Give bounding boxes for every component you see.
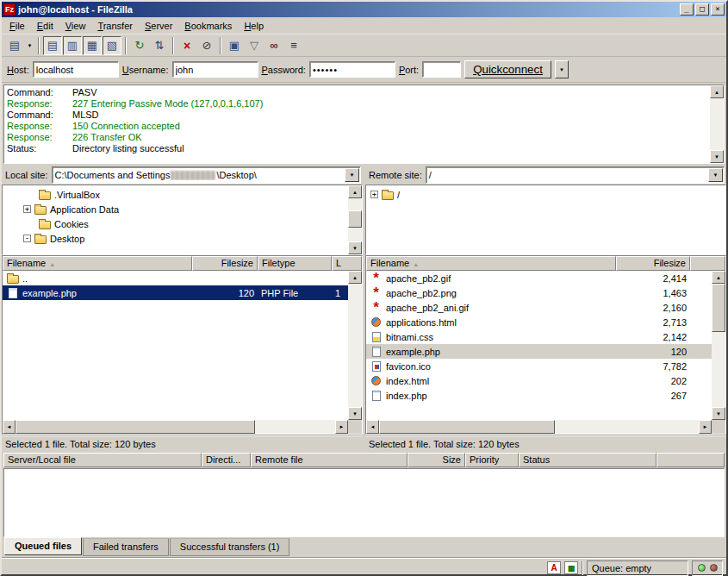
tree-item-application-data[interactable]: + Application Data <box>3 202 348 216</box>
expander-collapsed-icon[interactable]: + <box>370 191 378 198</box>
scroll-thumb[interactable] <box>16 420 255 434</box>
column-header-server-local-file[interactable]: Server/Local file <box>3 453 202 467</box>
close-button[interactable]: × <box>711 3 725 16</box>
scroll-track[interactable] <box>16 420 335 434</box>
scroll-up-icon[interactable]: ▲ <box>712 271 725 284</box>
tab-successful-transfers[interactable]: Successful transfers (1) <box>170 538 290 556</box>
column-header-priority[interactable]: Priority <box>465 453 519 467</box>
file-row-selected[interactable]: example.php 120 <box>366 344 712 359</box>
menu-bookmarks[interactable]: Bookmarks <box>178 18 238 34</box>
column-header-size[interactable]: Size <box>408 453 465 467</box>
toggle-remote-tree-icon[interactable]: ▦ <box>83 36 102 55</box>
scroll-left-icon[interactable]: ◄ <box>3 420 16 434</box>
toggle-queue-icon[interactable]: ▧ <box>103 36 121 55</box>
scroll-track[interactable] <box>348 198 362 241</box>
scroll-left-icon[interactable]: ◄ <box>366 420 379 434</box>
column-header-direction[interactable]: Directi... <box>202 453 251 467</box>
username-input[interactable] <box>172 61 258 78</box>
scroll-up-icon[interactable]: ▲ <box>348 185 362 198</box>
scroll-track[interactable] <box>379 420 699 434</box>
expander-expanded-icon[interactable]: - <box>23 235 31 242</box>
scroll-down-icon[interactable]: ▼ <box>348 407 362 420</box>
local-site-combo[interactable]: C:\Documents and Settings\Desktop\ ▼ <box>52 166 361 184</box>
scroll-down-icon[interactable]: ▼ <box>348 241 362 254</box>
menu-file[interactable]: File <box>3 18 31 34</box>
queue-tab-bar: Queued files Failed transfers Successful… <box>2 538 726 557</box>
file-row[interactable]: *apache_pb2.gif 2,414 <box>366 271 712 285</box>
scroll-down-icon[interactable]: ▼ <box>712 407 725 420</box>
remote-list-hscrollbar[interactable]: ◄ ► <box>366 420 712 434</box>
quickconnect-dropdown-icon[interactable]: ▼ <box>555 60 569 78</box>
remote-site-dropdown-icon[interactable]: ▼ <box>708 168 723 182</box>
remote-list-scrollbar[interactable]: ▲ ▼ <box>712 271 725 420</box>
expander-collapsed-icon[interactable]: + <box>23 205 31 213</box>
tab-failed-transfers[interactable]: Failed transfers <box>83 538 169 556</box>
password-input[interactable] <box>309 61 395 78</box>
file-row[interactable]: index.html 202 <box>366 373 712 388</box>
menu-help[interactable]: Help <box>238 18 270 34</box>
file-row[interactable]: index.php 267 <box>366 388 712 403</box>
file-row[interactable]: favicon.ico 7,782 <box>366 359 712 373</box>
local-directory-tree: .VirtualBox + Application Data Cookies -… <box>2 185 363 255</box>
tree-item-virtualbox[interactable]: .VirtualBox <box>3 187 348 202</box>
file-row[interactable]: *apache_pb2_ani.gif 2,160 <box>366 300 712 315</box>
local-site-dropdown-icon[interactable]: ▼ <box>345 168 359 182</box>
scroll-track[interactable] <box>710 98 724 150</box>
scroll-right-icon[interactable]: ► <box>335 420 348 434</box>
column-header-filesize[interactable]: Filesize <box>616 256 690 271</box>
file-row[interactable]: *apache_pb2.png 1,463 <box>366 285 712 300</box>
tree-item-desktop[interactable]: - Desktop <box>3 231 348 246</box>
toggle-message-log-icon[interactable]: ▤ <box>43 36 62 55</box>
tree-item-root[interactable]: + / <box>366 187 725 202</box>
column-header-filetype[interactable]: Filetype <box>258 256 332 271</box>
column-header-remote-file[interactable]: Remote file <box>251 453 408 467</box>
local-tree-scrollbar[interactable]: ▲ ▼ <box>348 185 362 254</box>
column-header-filename[interactable]: Filename▲ <box>366 256 616 271</box>
column-header-status[interactable]: Status <box>519 453 656 467</box>
column-header-filesize[interactable]: Filesize <box>192 256 258 271</box>
local-list-scrollbar[interactable]: ▲ ▼ <box>348 271 362 420</box>
cancel-operation-icon[interactable]: × <box>177 36 196 55</box>
speed-limit-icon[interactable]: ▦ <box>564 561 578 574</box>
reconnect-icon[interactable]: ▣ <box>225 36 244 55</box>
remote-site-combo[interactable]: / ▼ <box>426 166 725 184</box>
scroll-thumb[interactable] <box>379 420 555 434</box>
refresh-icon[interactable]: ↻ <box>130 36 149 55</box>
tab-queued-files[interactable]: Queued files <box>4 537 82 555</box>
host-input[interactable] <box>33 61 119 78</box>
tree-item-cookies[interactable]: Cookies <box>3 216 348 231</box>
column-header-filename[interactable]: Filename▲ <box>3 256 192 271</box>
settings-icon[interactable]: ≡ <box>284 36 303 55</box>
minimize-button[interactable]: _ <box>680 3 694 16</box>
process-queue-icon[interactable]: ⇅ <box>150 36 169 55</box>
menu-transfer[interactable]: Transfer <box>91 18 139 34</box>
scroll-thumb[interactable] <box>348 210 362 228</box>
column-header-lastmodified[interactable]: L <box>332 256 362 271</box>
scroll-track[interactable] <box>348 284 362 407</box>
site-manager-dropdown-icon[interactable]: ▼ <box>25 36 34 55</box>
quickconnect-button[interactable]: Quickconnect <box>464 60 551 78</box>
file-row-example-php[interactable]: example.php 120 PHP File 1 <box>3 285 348 300</box>
ascii-transfer-mode-icon[interactable]: A <box>547 561 561 574</box>
local-list-hscrollbar[interactable]: ◄ ► <box>3 420 348 434</box>
log-scrollbar[interactable]: ▲ ▼ <box>710 85 724 163</box>
port-input[interactable] <box>422 61 461 78</box>
scroll-right-icon[interactable]: ► <box>699 420 712 434</box>
maximize-button[interactable]: □ <box>695 3 709 16</box>
file-search-icon[interactable]: ∞ <box>264 36 283 55</box>
scroll-down-icon[interactable]: ▼ <box>710 150 724 163</box>
filter-icon[interactable]: ▽ <box>245 36 264 55</box>
menu-edit[interactable]: Edit <box>31 18 59 34</box>
menu-view[interactable]: View <box>59 18 92 34</box>
file-row-parent[interactable]: .. <box>3 271 348 285</box>
scroll-track[interactable] <box>712 284 725 407</box>
scroll-thumb[interactable] <box>712 284 725 332</box>
scroll-up-icon[interactable]: ▲ <box>710 85 724 98</box>
menu-server[interactable]: Server <box>139 18 178 34</box>
site-manager-icon[interactable]: ▤ <box>5 36 24 55</box>
scroll-up-icon[interactable]: ▲ <box>348 271 362 284</box>
file-row[interactable]: bitnami.css 2,142 <box>366 329 712 344</box>
toggle-local-tree-icon[interactable]: ▥ <box>63 36 82 55</box>
disconnect-icon[interactable]: ⊘ <box>197 36 216 55</box>
file-row[interactable]: applications.html 2,713 <box>366 315 712 329</box>
